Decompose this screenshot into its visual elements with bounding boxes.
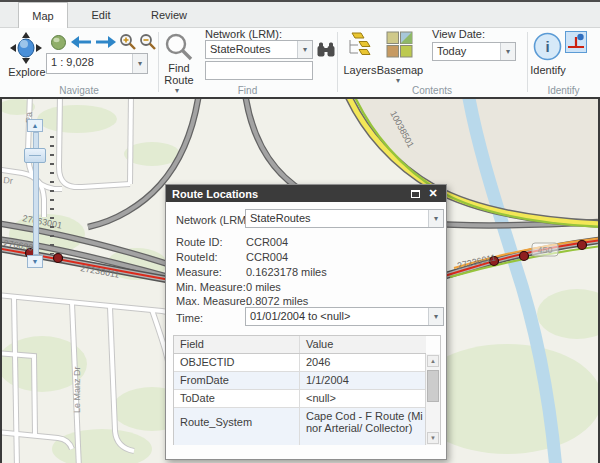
arrow-right-icon (95, 35, 117, 49)
app-window: Map Edit Review Explore (0, 0, 600, 463)
find-route-label-1: Find (156, 62, 202, 74)
route-shield: 450 (532, 243, 558, 256)
scale-value: 1 : 9,028 (47, 54, 132, 73)
identify-button[interactable]: i (533, 32, 562, 61)
globe-icon (50, 34, 67, 51)
identify-route-locations-tool-button[interactable] (565, 31, 587, 53)
scale-dropdown-arrow[interactable]: ▾ (132, 54, 147, 73)
table-header-row: Field Value (174, 336, 426, 354)
cell-field: FromDate (174, 372, 300, 389)
dlg-time-combobox[interactable]: 01/01/2004 to <null> ▾ (245, 307, 444, 326)
full-extent-button[interactable] (50, 34, 67, 55)
zoom-out-icon (139, 33, 157, 51)
route-search-input[interactable] (205, 61, 313, 80)
zoom-slider-handle[interactable] (24, 148, 46, 163)
maximize-icon (411, 190, 420, 198)
view-date-label: View Date: (432, 28, 502, 40)
scrollbar-thumb[interactable] (427, 370, 439, 402)
tab-edit-label: Edit (92, 9, 111, 21)
basemap-icon (386, 31, 413, 58)
layers-icon (346, 32, 373, 57)
find-binoculars-button[interactable] (317, 42, 335, 61)
maximize-button[interactable] (408, 187, 422, 200)
attribute-table: Field Value OBJECTID 2046 FromDate 1/1/2… (173, 335, 441, 445)
zoom-in-button[interactable] (119, 33, 137, 55)
tab-review[interactable]: Review (140, 2, 198, 28)
cell-field: Route_System (174, 408, 300, 445)
dlg-network-dropdown-arrow[interactable]: ▾ (428, 210, 443, 227)
explore-label: Explore (4, 66, 50, 78)
find-group-label: Find (158, 85, 337, 96)
dlg-max-measure-value: 0.8072 miles (246, 295, 308, 307)
scrollbar-down-button[interactable]: ▼ (427, 432, 439, 444)
zoom-slider-up-button[interactable]: ▲ (27, 119, 43, 132)
table-row[interactable]: FromDate 1/1/2004 (174, 372, 426, 390)
scroll-up-icon: ▲ (430, 358, 436, 364)
dlg-routeid-label: Route ID: (176, 236, 222, 248)
scroll-down-icon: ▼ (430, 435, 436, 441)
view-date-dropdown-arrow[interactable]: ▾ (500, 43, 515, 60)
dlg-time-label: Time: (176, 312, 203, 324)
view-date-value: Today (433, 43, 500, 60)
table-row[interactable]: ToDate <null> (174, 390, 426, 408)
dlg-network-combobox[interactable]: StateRoutes ▾ (245, 209, 444, 228)
previous-extent-button[interactable] (70, 35, 92, 53)
dialog-titlebar[interactable]: Route Locations ✕ (166, 185, 446, 202)
find-route-button[interactable] (164, 32, 194, 62)
table-scrollbar[interactable]: ▲ ▼ (425, 354, 440, 445)
dlg-network-label: Network (LRM): (176, 214, 253, 226)
dlg-measure-label: Measure: (176, 266, 222, 278)
svg-text:Le Manz Dr: Le Manz Dr (72, 366, 82, 413)
basemap-dropdown-arrow[interactable]: ▾ (396, 76, 400, 85)
ribbon: Explore (0, 28, 600, 97)
dlg-routeid2-value: CCR004 (246, 251, 288, 263)
basemap-button[interactable] (386, 31, 413, 58)
table-row[interactable]: Route_System Cape Cod - F Route (Mi nor … (174, 408, 426, 445)
svg-text:Dr: Dr (3, 175, 13, 186)
tab-review-label: Review (151, 9, 187, 21)
basemap-label: Basemap (376, 64, 424, 76)
contents-group-label: Contents (337, 85, 527, 96)
binoculars-icon (317, 42, 335, 57)
next-extent-button[interactable] (95, 35, 117, 53)
svg-text:i: i (545, 38, 549, 55)
group-separator (527, 32, 528, 92)
magnifier-icon (164, 32, 194, 62)
tab-edit[interactable]: Edit (78, 2, 124, 28)
value-column-header: Value (300, 336, 426, 353)
explore-compass-icon (8, 32, 44, 64)
slider-down-icon: ▼ (32, 258, 39, 265)
identify-route-icon (566, 32, 586, 52)
scale-combobox[interactable]: 1 : 9,028 ▾ (46, 53, 148, 74)
table-row[interactable]: OBJECTID 2046 (174, 354, 426, 372)
cell-value: 1/1/2004 (300, 372, 426, 389)
arrow-left-icon (70, 35, 92, 49)
tab-map[interactable]: Map (18, 2, 68, 28)
group-separator (337, 32, 338, 92)
cell-value: <null> (300, 390, 426, 407)
zoom-in-icon (119, 33, 137, 51)
view-date-combobox[interactable]: Today ▾ (432, 42, 516, 61)
dlg-max-measure-label: Max. Measure: (176, 295, 249, 307)
zoom-slider-ticks (50, 136, 54, 254)
svg-text:450: 450 (537, 245, 552, 255)
dlg-routeid-value: CCR004 (246, 236, 288, 248)
network-lrm-combobox[interactable]: StateRoutes ▾ (205, 40, 313, 59)
scrollbar-up-button[interactable]: ▲ (427, 355, 439, 367)
dlg-min-measure-label: Min. Measure: (176, 281, 246, 293)
zoom-slider-down-button[interactable]: ▼ (27, 255, 43, 268)
close-button[interactable]: ✕ (426, 187, 440, 200)
route-locations-dialog: Route Locations ✕ Network (LRM): StateRo… (165, 184, 447, 460)
cell-field: OBJECTID (174, 354, 300, 371)
layers-button[interactable] (346, 32, 374, 58)
dlg-measure-value: 0.1623178 miles (246, 266, 327, 278)
dlg-network-value: StateRoutes (246, 210, 428, 227)
network-lrm-dropdown-arrow[interactable]: ▾ (297, 41, 312, 58)
zoom-out-button[interactable] (139, 33, 157, 55)
dlg-time-value: 01/01/2004 to <null> (246, 308, 428, 325)
cell-field: ToDate (174, 390, 300, 407)
field-column-header: Field (174, 336, 300, 353)
dlg-time-dropdown-arrow[interactable]: ▾ (428, 308, 443, 325)
network-lrm-label: Network (LRM): (205, 28, 295, 40)
navigate-group-label: Navigate (0, 85, 158, 96)
